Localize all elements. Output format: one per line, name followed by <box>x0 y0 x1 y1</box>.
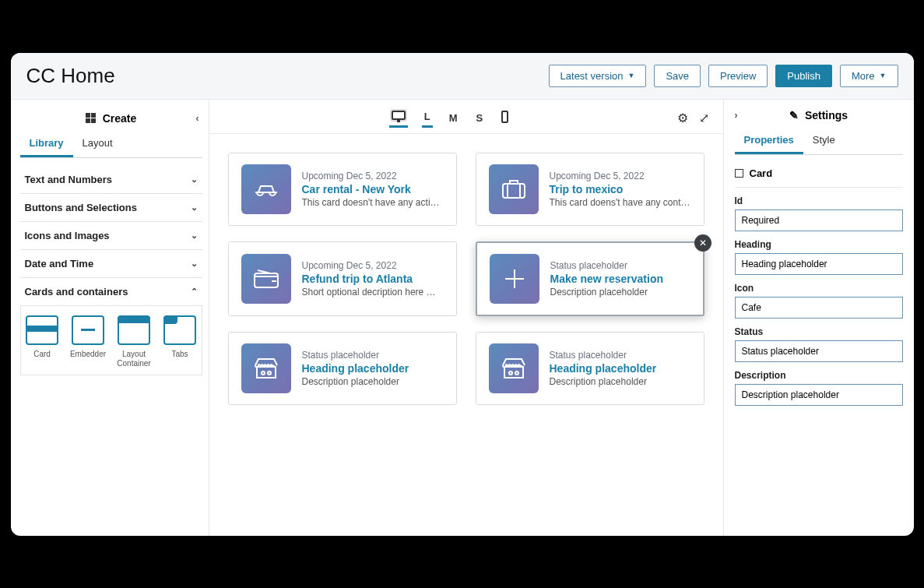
field-input-id[interactable] <box>735 209 903 231</box>
tab-properties[interactable]: Properties <box>735 128 803 154</box>
viewport-l[interactable]: L <box>422 107 433 128</box>
card-desc: Short optional decription here … <box>302 287 444 298</box>
chevron-up-icon: ⌃ <box>191 287 198 297</box>
caret-down-icon: ▼ <box>628 72 635 79</box>
tab-library[interactable]: Library <box>20 131 73 157</box>
pencil-icon: ✎ <box>789 109 799 121</box>
library-item-tabs[interactable]: Tabs <box>162 315 199 368</box>
collapse-panel-icon[interactable]: › <box>735 110 738 121</box>
more-dropdown[interactable]: More ▼ <box>840 65 898 87</box>
card-desc: This card doesn't have any acti… <box>302 197 444 208</box>
preview-button[interactable]: Preview <box>708 65 768 87</box>
field-input-description[interactable] <box>735 384 903 406</box>
svg-rect-2 <box>257 367 276 378</box>
card-status: Upcoming Dec 5, 2022 <box>550 171 691 181</box>
field-input-heading[interactable] <box>735 253 903 275</box>
section-cards-containers[interactable]: Cards and containers ⌃ <box>20 278 202 306</box>
save-button[interactable]: Save <box>654 65 701 87</box>
card-thumb-suitcase-icon <box>489 164 539 214</box>
svg-point-4 <box>268 371 271 375</box>
expand-icon[interactable]: ⤢ <box>699 111 709 125</box>
close-icon[interactable]: ✕ <box>694 234 711 252</box>
field-label-description: Description <box>735 370 903 381</box>
card-heading: Trip to mexico <box>550 183 691 195</box>
viewport-mobile[interactable] <box>499 107 511 129</box>
more-label: More <box>852 70 875 82</box>
canvas-actions: ⚙ ⤢ <box>677 111 709 125</box>
svg-rect-5 <box>504 367 523 378</box>
card-thumb-car-icon <box>241 164 291 214</box>
card-status: Upcoming Dec 5, 2022 <box>302 171 444 181</box>
card-type-icon <box>735 169 743 178</box>
ui-card[interactable]: Upcoming Dec 5, 2022 Refund trip to Atla… <box>228 241 457 316</box>
svg-rect-0 <box>503 184 525 198</box>
version-label: Latest version <box>560 70 624 82</box>
desktop-icon <box>392 111 406 120</box>
ui-card[interactable]: Status placeholder Heading placeholder D… <box>228 332 457 405</box>
right-tabs: Properties Style <box>735 128 903 155</box>
settings-title-row: › ✎ Settings <box>735 107 903 128</box>
component-type-label: Card <box>750 167 773 179</box>
card-heading: Refund trip to Atlanta <box>302 273 444 285</box>
chevron-down-icon: ⌄ <box>191 259 198 269</box>
canvas-toolbar: L M S ⚙ ⤢ <box>209 100 723 134</box>
field-label-icon: Icon <box>735 283 903 294</box>
field-input-status[interactable] <box>735 340 903 362</box>
header-bar: CC Home Latest version ▼ Save Preview Pu… <box>11 53 914 100</box>
field-label-id: Id <box>735 195 903 206</box>
card-grid: Upcoming Dec 5, 2022 Car rental - New Yo… <box>209 134 723 424</box>
card-desc: Description placeholder <box>550 376 691 387</box>
card-thumb-store-icon <box>241 343 291 393</box>
card-thumb-store-icon <box>489 343 539 393</box>
svg-point-6 <box>509 371 512 375</box>
canvas-area: L M S ⚙ ⤢ Upcoming Dec 5, 2022 <box>209 100 723 536</box>
field-input-icon[interactable] <box>735 297 903 319</box>
chevron-down-icon: ⌄ <box>191 231 198 241</box>
library-item-layout-container[interactable]: Layout Container <box>116 315 153 368</box>
collapse-sidebar-icon[interactable]: ‹ <box>196 113 199 124</box>
library-items: Card Embedder Layout Container Tabs <box>20 306 202 375</box>
field-label-heading: Heading <box>735 239 903 250</box>
section-text-numbers[interactable]: Text and Numbers ⌄ <box>20 166 202 194</box>
ui-card[interactable]: Upcoming Dec 5, 2022 Trip to mexico This… <box>476 153 704 226</box>
header-actions: Latest version ▼ Save Preview Publish Mo… <box>549 65 898 87</box>
card-status: Status placeholder <box>302 350 444 361</box>
caret-down-icon: ▼ <box>880 72 887 79</box>
field-label-status: Status <box>735 326 903 337</box>
settings-title: Settings <box>805 109 848 121</box>
ui-card[interactable]: Upcoming Dec 5, 2022 Car rental - New Yo… <box>228 153 457 226</box>
viewport-group: L M S <box>389 107 511 129</box>
card-icon <box>26 315 58 345</box>
svg-point-3 <box>262 371 265 375</box>
ui-card[interactable]: Status placeholder Heading placeholder D… <box>476 332 704 405</box>
create-icon <box>86 113 97 124</box>
library-item-embedder[interactable]: Embedder <box>70 315 107 368</box>
tab-style[interactable]: Style <box>803 128 845 154</box>
publish-button[interactable]: Publish <box>775 65 832 87</box>
ui-card-selected[interactable]: ✕ Status placeholder Make new reservatio… <box>476 241 704 316</box>
layout-container-icon <box>118 315 150 345</box>
card-desc: This card doens't have any cont… <box>550 197 691 208</box>
card-desc: Description placeholder <box>550 287 690 298</box>
library-item-card[interactable]: Card <box>24 315 61 368</box>
mobile-icon <box>501 111 508 123</box>
sidebar-title-row: Create ‹ <box>20 109 202 131</box>
component-type-row: Card <box>735 163 903 188</box>
version-dropdown[interactable]: Latest version ▼ <box>549 65 647 87</box>
section-icons-images[interactable]: Icons and Images ⌄ <box>20 222 202 250</box>
embedder-icon <box>72 315 104 345</box>
settings-gear-icon[interactable]: ⚙ <box>677 111 688 125</box>
viewport-s[interactable]: S <box>474 109 486 127</box>
card-desc: Description placeholder <box>302 376 444 387</box>
sidebar-tabs: Library Layout <box>20 131 202 158</box>
section-date-time[interactable]: Date and Time ⌄ <box>20 250 202 278</box>
section-buttons-selections[interactable]: Buttons and Selections ⌄ <box>20 194 202 222</box>
card-thumb-plus-icon <box>490 254 539 304</box>
viewport-m[interactable]: M <box>447 109 460 127</box>
card-status: Upcoming Dec 5, 2022 <box>302 260 444 271</box>
card-status: Status placeholder <box>550 350 691 361</box>
card-heading: Heading placeholder <box>550 362 691 375</box>
tab-layout[interactable]: Layout <box>73 131 122 157</box>
viewport-desktop[interactable] <box>389 107 408 128</box>
sidebar-right: › ✎ Settings Properties Style Card Id He… <box>723 100 914 536</box>
